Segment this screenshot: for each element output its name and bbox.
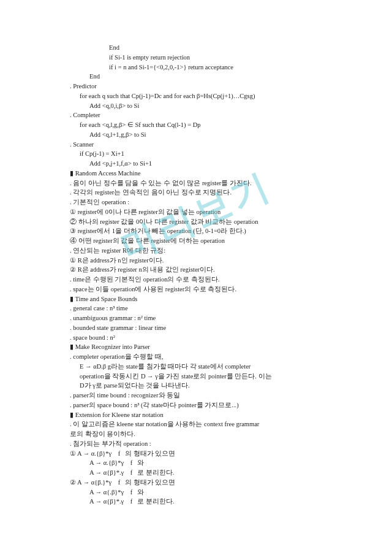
text-line: . time은 수행된 기본적인 operation의 수로 측정된다.	[60, 275, 349, 285]
text-line: . 각각의 register는 연속적인 음이 아닌 정수로 지명된다.	[60, 188, 349, 197]
text-line: . 연산되는 register R에 대한 규정:	[60, 246, 349, 256]
text-line: . parser의 space bound : n³ (각 state마다 po…	[60, 400, 349, 410]
text-line: Add <q,0,i,β> to Si	[60, 101, 349, 111]
text-line: A → α.{β}*γ f 와	[60, 458, 349, 468]
text-line: End	[60, 72, 349, 82]
text-line: . completer operation을 수행할 때,	[60, 352, 349, 362]
text-line: ▮ Make Recognizer into Parser	[60, 342, 349, 352]
text-line: . 기본적인 operation :	[60, 197, 349, 207]
text-line: if i = n and Si-1={<0,2,0,-1>} return ac…	[60, 63, 349, 72]
text-line: D가 γ로 parse되었다는 것을 나타낸다.	[60, 381, 349, 391]
text-line: . Completer	[60, 110, 349, 120]
text-line: A → α{.β}*γ f 와	[60, 488, 349, 497]
text-line: for each q such that Cp(j-1)=Dc and for …	[60, 91, 349, 101]
text-line: . 음이 아닌 정수를 담을 수 있는 수 없이 많은 register를 가진…	[60, 178, 349, 188]
text-line: . Scanner	[60, 140, 349, 150]
document-page: 미리보기 Endif Si-1 is empty return rejectio…	[0, 0, 392, 555]
text-line: ① R은 address가 n인 register이다.	[60, 256, 349, 266]
text-line: operation을 작동시킨 D → γ을 가진 state로의 pointe…	[60, 372, 349, 381]
text-line: E → αD.β g라는 state를 첨가할 때마다 각 state에서 co…	[60, 362, 349, 372]
text-line: A → α{β}*.γ f 로 분리한다.	[60, 497, 349, 507]
document-body: Endif Si-1 is empty return rejectionif i…	[60, 43, 349, 507]
text-line: . Predictor	[60, 82, 349, 91]
text-line: for each <q,l,g,β> ∈ Sf such that Cq(l-1…	[60, 120, 349, 130]
text-line: . space는 이들 operation에 사용된 register의 수로 …	[60, 285, 349, 294]
text-line: End	[60, 43, 349, 53]
text-line: ▮ Extension for Kleene star notation	[60, 410, 349, 420]
text-line: 로의 확장이 용이하다.	[60, 429, 349, 439]
text-line: ① A → α.{β}*γ f 의 형태가 있으면	[60, 449, 349, 459]
text-line: if Si-1 is empty return rejection	[60, 53, 349, 63]
text-line: ② R은 address가 register n의 내용 값인 register…	[60, 265, 349, 275]
text-line: ④ 어떤 register의 값을 다른 register에 더하는 opera…	[60, 236, 349, 246]
text-line: . general case : n³ time	[60, 304, 349, 313]
text-line: ③ register에서 1을 더하거나 빼는 operation (단, 0-…	[60, 226, 349, 236]
text-line: . space bound : n²	[60, 333, 349, 343]
text-line: . 첨가되는 부가적 operation :	[60, 439, 349, 449]
text-line: ▮ Time and Space Bounds	[60, 294, 349, 304]
text-line: Add <q,l+1,g,β> to Si	[60, 130, 349, 140]
text-line: . bounded state grammar : linear time	[60, 323, 349, 333]
text-line: A → α{β}*.γ f 로 분리한다.	[60, 468, 349, 478]
text-line: . unambiguous grammar : n² time	[60, 313, 349, 323]
text-line: Add <p,j+1,f,α> to Si+1	[60, 159, 349, 169]
text-line: ▮ Random Access Machine	[60, 169, 349, 178]
text-line: . 이 알고리즘은 kleene star notation을 사용하는 con…	[60, 419, 349, 429]
text-line: ② A → α{β.}*γ f 의 형태가 있으면	[60, 478, 349, 488]
text-line: . parser의 time bound : recognizer와 동일	[60, 391, 349, 400]
text-line: ② 하나의 register 값을 0이나 다른 register 값과 비교하…	[60, 217, 349, 227]
text-line: ① register에 0이나 다른 register의 값을 넣는 opera…	[60, 207, 349, 217]
text-line: if Cp(j-1) = Xi+1	[60, 149, 349, 159]
